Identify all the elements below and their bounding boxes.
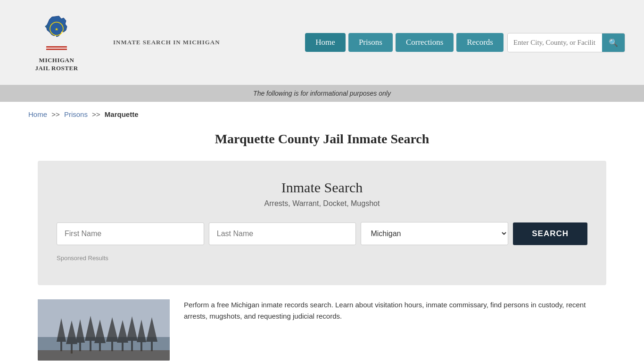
svg-rect-11 [60,342,62,351]
page-title: Marquette County Jail Inmate Search [0,132,644,147]
main-nav: Home Prisons Corrections Records [305,33,504,52]
logo-area: ★ MICHIGAN JAIL ROSTER [19,12,94,73]
first-name-input[interactable] [57,222,204,245]
notice-bar: The following is for informational purpo… [0,85,644,102]
breadcrumb-home-link[interactable]: Home [28,110,47,118]
header-search-input[interactable] [508,34,602,51]
search-icon: 🔍 [609,39,618,47]
svg-rect-27 [140,342,142,351]
inmate-search-form: Michigan SEARCH [57,222,587,245]
site-tagline: INMATE SEARCH IN MICHIGAN [113,38,220,47]
header-search-bar: 🔍 [507,33,625,52]
site-name-text: MICHIGAN JAIL ROSTER [35,57,78,73]
breadcrumb: Home >> Prisons >> Marquette [0,102,644,127]
svg-marker-0 [46,16,67,37]
header-right: Home Prisons Corrections Records 🔍 [305,33,625,52]
logo-image: ★ [38,12,75,55]
bottom-image [38,299,170,361]
nav-records-button[interactable]: Records [456,33,504,52]
svg-rect-21 [111,342,113,351]
notice-text: The following is for informational purpo… [253,90,391,97]
inmate-search-card: Inmate Search Arrests, Warrant, Docket, … [38,161,606,285]
bottom-description: Perform a free Michigan inmate records s… [184,299,606,322]
nav-home-button[interactable]: Home [305,33,346,52]
svg-rect-6 [46,48,67,49]
svg-rect-15 [79,343,81,351]
svg-rect-5 [46,46,67,48]
state-select[interactable]: Michigan [361,222,508,245]
breadcrumb-prisons-link[interactable]: Prisons [64,110,88,118]
search-card-subtitle: Arrests, Warrant, Docket, Mugshot [57,199,587,208]
svg-rect-7 [46,49,67,50]
svg-rect-19 [99,343,101,351]
breadcrumb-current: Marquette [105,110,139,118]
nav-prisons-button[interactable]: Prisons [348,33,393,52]
header-search-button[interactable]: 🔍 [602,33,625,52]
svg-text:★: ★ [55,27,58,32]
bottom-section: Perform a free Michigan inmate records s… [38,299,606,361]
sponsored-label: Sponsored Results [57,255,587,262]
last-name-input[interactable] [209,222,356,245]
site-header: ★ MICHIGAN JAIL ROSTER INMATE SEARCH IN … [0,0,644,85]
svg-rect-30 [38,350,170,361]
nav-corrections-button[interactable]: Corrections [396,33,454,52]
search-card-title: Inmate Search [57,180,587,196]
svg-rect-17 [90,341,91,351]
svg-rect-29 [151,342,153,351]
svg-rect-25 [131,341,133,351]
search-button[interactable]: SEARCH [513,222,587,245]
breadcrumb-sep2: >> [92,110,100,118]
breadcrumb-sep1: >> [51,110,60,118]
svg-rect-23 [122,343,124,351]
